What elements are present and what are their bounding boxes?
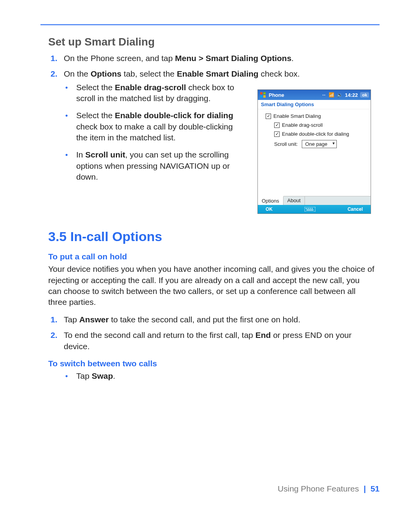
hold-step-2: 2. To end the second call and return to … — [64, 330, 375, 352]
volume-icon: 🔉 — [337, 92, 343, 98]
step-bold: Enable Smart Dialing — [177, 69, 259, 78]
bullet-text: Tap — [76, 371, 92, 380]
bullet-bold: Enable drag-scroll — [115, 83, 186, 92]
keyboard-icon[interactable] — [304, 206, 316, 212]
phone-ok-button[interactable]: ok — [360, 92, 369, 98]
scroll-unit-row: Scroll unit: One page — [274, 140, 367, 148]
hold-step-1: 1. Tap Answer to take the second call, a… — [64, 314, 375, 325]
step-text: . — [291, 54, 294, 63]
page-footer: Using Phone Features | 51 — [278, 484, 380, 493]
checkbox-label: Enable double-click for dialing — [282, 131, 349, 137]
top-rule — [40, 24, 380, 25]
checkbox-enable-double-click[interactable]: ✓ Enable double-click for dialing — [274, 131, 367, 137]
bullet-bold: Enable double-click for dialing — [115, 111, 233, 120]
bullet-mark: • — [65, 150, 68, 159]
svg-rect-0 — [260, 92, 262, 94]
step-text: check box. — [259, 69, 300, 78]
bullet-text: In — [76, 150, 85, 159]
heading-setup-smart-dialing: Set up Smart Dialing — [48, 36, 375, 48]
step-text: On the Phone screen, and tap — [64, 54, 175, 63]
checkbox-icon: ✓ — [274, 131, 280, 137]
phone-screenshot: Phone ↔ 📶 🔉 14:22 ok Smart Dialing Optio… — [257, 89, 371, 214]
subheading-switch-calls: To switch between two calls — [48, 359, 375, 368]
svg-rect-1 — [263, 92, 266, 94]
phone-tabs: Options About — [258, 196, 371, 205]
softkey-cancel[interactable]: Cancel — [348, 206, 363, 212]
checkbox-icon: ✓ — [266, 114, 271, 119]
softkey-ok[interactable]: OK — [266, 206, 273, 212]
step-text: On the — [64, 69, 91, 78]
bullet-bold: Scroll unit — [85, 150, 125, 159]
step-number: 2. — [51, 330, 58, 341]
checkbox-enable-drag-scroll[interactable]: ✓ Enable drag-scroll — [274, 122, 367, 128]
phone-titlebar: Phone ↔ 📶 🔉 14:22 ok — [258, 90, 371, 100]
bullet-text: check box to make a call by double-click… — [76, 122, 233, 142]
section-heading-incall-options: 3.5 In-call Options — [48, 229, 375, 244]
phone-title: Phone — [269, 92, 284, 98]
subheading-put-call-on-hold: To put a call on hold — [48, 252, 375, 261]
bullet-text: Select the — [76, 111, 115, 120]
svg-rect-4 — [304, 207, 315, 212]
step-text: Tap — [64, 315, 79, 324]
step-bold: Answer — [79, 315, 109, 324]
step-number: 1. — [51, 53, 58, 64]
footer-page-number: 51 — [371, 484, 380, 493]
checkbox-enable-smart-dialing[interactable]: ✓ Enable Smart Dialing — [266, 113, 367, 119]
swap-block: • Tap Swap. — [48, 371, 375, 381]
step-number: 1. — [51, 314, 58, 325]
step-bold: Options — [91, 69, 121, 78]
step-text: tab, select the — [121, 69, 177, 78]
tab-options[interactable]: Options — [258, 196, 284, 205]
checkbox-label: Enable drag-scroll — [282, 122, 323, 128]
svg-rect-6 — [308, 208, 309, 209]
scroll-unit-dropdown[interactable]: One page — [302, 140, 337, 148]
svg-rect-3 — [263, 95, 266, 98]
svg-rect-7 — [310, 208, 311, 209]
bullet-mark: • — [65, 111, 68, 120]
step-text: To end the second call and return to the… — [64, 331, 256, 339]
phone-body: ✓ Enable Smart Dialing ✓ Enable drag-scr… — [258, 109, 371, 148]
swap-bullet: • Tap Swap. — [76, 371, 375, 381]
step-1: 1. On the Phone screen, and tap Menu > S… — [64, 53, 375, 64]
svg-rect-9 — [306, 210, 313, 210]
signal-icon: 📶 — [329, 92, 334, 98]
bullet-scroll-unit: • In Scroll unit, you can set up the scr… — [76, 149, 240, 182]
bullet-text: Select the — [76, 83, 115, 92]
step-number: 2. — [51, 68, 58, 79]
checkbox-label: Enable Smart Dialing — [273, 113, 321, 119]
step-bold: End — [256, 331, 271, 339]
bullet-bold: Swap — [92, 371, 113, 380]
bullet-drag-scroll: • Select the Enable drag-scroll check bo… — [76, 82, 240, 104]
bullet-double-click: • Select the Enable double-click for dia… — [76, 110, 240, 143]
tab-about[interactable]: About — [284, 196, 305, 205]
scroll-unit-label: Scroll unit: — [274, 141, 298, 147]
bullet-mark: • — [65, 371, 68, 381]
step-bold: Menu > Smart Dialing Options — [175, 54, 291, 63]
connectivity-icon: ↔ — [322, 92, 326, 98]
bullet-mark: • — [65, 83, 68, 92]
windows-start-icon[interactable] — [259, 91, 266, 98]
hold-steps: 1. Tap Answer to take the second call, a… — [48, 314, 375, 352]
checkbox-icon: ✓ — [274, 122, 280, 128]
phone-clock: 14:22 — [345, 92, 358, 98]
hold-paragraph: Your device notifies you when you have a… — [48, 264, 375, 308]
svg-rect-2 — [260, 95, 262, 98]
svg-rect-5 — [306, 208, 307, 209]
phone-subtitle: Smart Dialing Options — [258, 100, 371, 109]
phone-bottom-bar: OK Cancel — [258, 205, 371, 213]
svg-rect-8 — [312, 208, 313, 209]
bullet-text: . — [113, 371, 116, 380]
footer-chapter: Using Phone Features — [278, 484, 359, 493]
step-text: to take the second call, and put the fir… — [109, 315, 301, 324]
footer-separator: | — [364, 484, 366, 493]
